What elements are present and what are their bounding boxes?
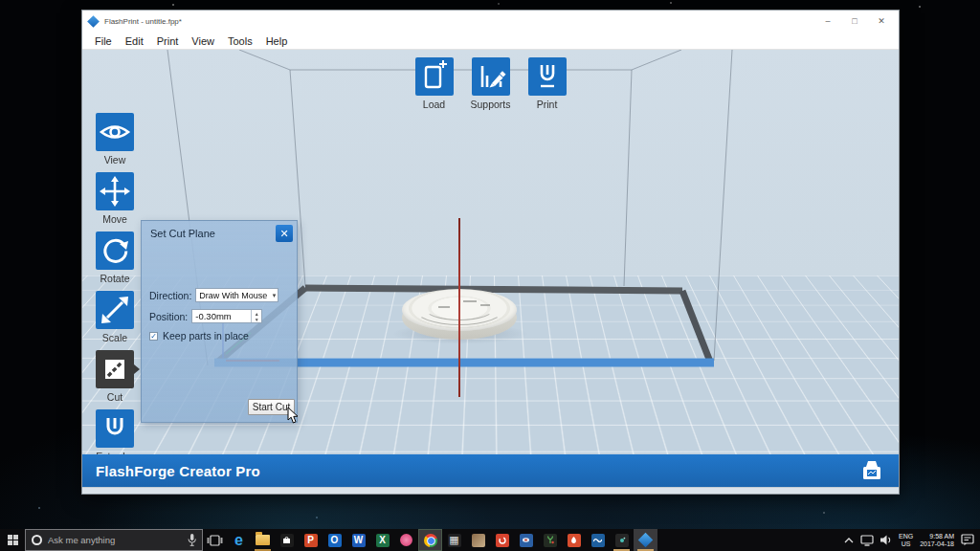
menu-help[interactable]: Help [259, 35, 295, 47]
cut-button[interactable] [96, 350, 134, 388]
rotate-label: Rotate [93, 273, 137, 284]
spinner-buttons[interactable]: ▲ ▼ [251, 310, 261, 322]
eye-icon [96, 113, 134, 151]
taskbar-app-file-explorer[interactable] [251, 529, 275, 551]
spinner-down-icon[interactable]: ▼ [255, 317, 259, 322]
taskbar-app-word[interactable]: W [346, 529, 370, 551]
photos-app-icon [400, 534, 412, 546]
taskbar-app-colorful[interactable] [466, 529, 490, 551]
view-button[interactable] [96, 113, 134, 151]
position-label: Position: [149, 311, 188, 322]
scale-button[interactable] [96, 291, 134, 329]
app-icon-blue-wave [591, 534, 605, 547]
scale-icon [96, 291, 134, 329]
direction-dropdown[interactable]: Draw With Mouse ▾ [195, 288, 278, 302]
taskbar-app-chrome[interactable] [418, 529, 442, 551]
taskbar-app-blue-card[interactable] [514, 529, 538, 551]
store-icon [280, 534, 294, 547]
app-icon-blue-card [520, 534, 533, 547]
plate-back-edge [305, 288, 682, 291]
menu-bar: File Edit Print View Tools Help [82, 33, 899, 50]
taskbar-app-orange[interactable] [562, 529, 586, 551]
taskbar-app-powerpoint[interactable]: P [299, 529, 323, 551]
minimize-button[interactable]: – [814, 12, 841, 31]
stars-decor [0, 0, 2, 2]
rotate-button[interactable] [96, 231, 134, 270]
taskbar-app-photos[interactable] [394, 529, 418, 551]
print-button[interactable] [528, 57, 567, 96]
flashprint-taskbar-icon [638, 533, 654, 548]
taskbar-app-blue-wave[interactable] [586, 529, 610, 551]
maximize-button[interactable]: □ [841, 12, 868, 31]
scale-label: Scale [93, 332, 137, 343]
plate-right-edge [682, 291, 710, 362]
window-footer [82, 487, 899, 494]
keep-parts-label: Keep parts in place [163, 330, 249, 342]
move-button[interactable] [96, 172, 134, 210]
taskbar-app-red-swirl[interactable] [490, 529, 514, 551]
chevron-up-icon[interactable] [844, 538, 854, 543]
app-icon-dark-photo [615, 534, 629, 547]
3d-viewport[interactable]: Load Supports [82, 50, 899, 454]
direction-value: Draw With Mouse [199, 291, 272, 300]
start-button[interactable] [0, 529, 25, 551]
move-label: Move [93, 213, 137, 225]
printer-name: FlashForge Creator Pro [96, 463, 260, 479]
dialog-title: Set Cut Plane [150, 228, 215, 239]
clock[interactable]: 9:58 AM 2017-04-18 [920, 533, 954, 548]
cut-tool-pointer [134, 364, 140, 374]
taskbar-app-calculator[interactable]: ▦ [442, 529, 466, 551]
extruder-label: Extruder [93, 451, 137, 454]
region-code: US [899, 540, 913, 548]
model-detail-mark [480, 304, 490, 306]
taskbar-app-flashprint[interactable] [634, 529, 657, 551]
printer-icon [858, 459, 885, 482]
cortana-icon [32, 535, 42, 545]
taskbar-app-excel[interactable]: X [370, 529, 394, 551]
language-code: ENG [899, 533, 913, 540]
microphone-icon[interactable] [188, 534, 196, 546]
dialog-close-button[interactable]: ✕ [276, 225, 293, 242]
close-button[interactable]: ✕ [868, 12, 895, 31]
extruder-button[interactable] [96, 409, 134, 448]
keep-parts-checkbox[interactable]: ✓ [149, 332, 158, 341]
taskbar-app-edge[interactable]: e [227, 529, 251, 551]
rotate-icon [96, 231, 134, 270]
cortana-search-box[interactable] [25, 529, 203, 551]
search-input[interactable] [48, 535, 182, 545]
direction-label: Direction: [149, 290, 191, 301]
language-indicator[interactable]: ENG US [899, 533, 913, 548]
network-display-icon[interactable] [860, 535, 874, 546]
menu-file[interactable]: File [88, 35, 119, 47]
taskbar-app-store[interactable] [275, 529, 299, 551]
windows-logo-icon [8, 535, 18, 545]
chevron-down-icon: ▾ [273, 292, 277, 299]
supports-button[interactable] [472, 57, 510, 96]
left-toolbar: View Move [93, 113, 137, 454]
load-button[interactable] [415, 57, 454, 96]
menu-edit[interactable]: Edit [119, 35, 150, 47]
powerpoint-icon: P [304, 534, 318, 547]
app-icon-colorful [472, 534, 485, 547]
action-center-icon[interactable] [961, 534, 974, 546]
taskbar-app-green-plant[interactable] [538, 529, 562, 551]
task-view-button[interactable] [203, 529, 227, 551]
load-label: Load [412, 99, 457, 110]
task-view-icon [207, 534, 223, 547]
cut-icon [96, 350, 134, 388]
window-title: FlashPrint - untitle.fpp* [104, 17, 182, 26]
set-cut-plane-dialog: Set Cut Plane ✕ Direction: Draw With Mou… [141, 220, 298, 423]
taskbar-app-outlook[interactable]: O [323, 529, 346, 551]
model-detail-mark [463, 300, 477, 302]
speaker-icon[interactable] [880, 535, 892, 545]
flashprint-window: FlashPrint - untitle.fpp* – □ ✕ File Edi… [81, 10, 900, 495]
taskbar-app-dark-photo[interactable] [610, 529, 634, 551]
cut-plane-line [458, 218, 460, 397]
calculator-icon: ▦ [448, 534, 461, 547]
menu-tools[interactable]: Tools [221, 35, 259, 47]
position-input[interactable]: -0.30mm ▲ ▼ [191, 309, 262, 323]
menu-view[interactable]: View [185, 35, 221, 47]
position-value: -0.30mm [195, 311, 251, 321]
menu-print[interactable]: Print [150, 35, 186, 47]
supports-icon [472, 57, 510, 96]
